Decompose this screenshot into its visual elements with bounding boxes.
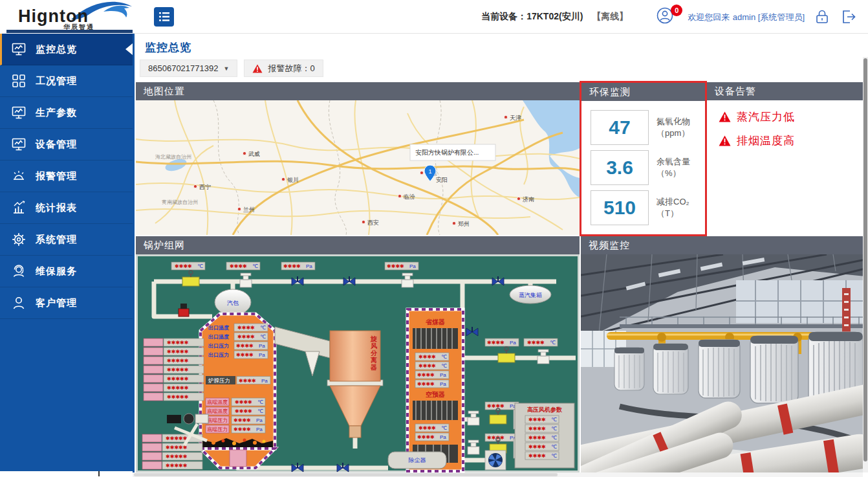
- metric-name: 减排CO₂: [656, 196, 689, 208]
- current-device-label: 当前设备：17KT02(安川): [481, 11, 583, 23]
- map-canvas[interactable]: 海北藏族自治州 黄南藏族自治州 西宁 兰州 武威 银川 西安 太原 临汾 石家庄…: [136, 100, 580, 235]
- notification-button[interactable]: 0: [656, 7, 678, 27]
- logout-icon[interactable]: [840, 8, 856, 25]
- sidebar-item-statistics[interactable]: 统计报表: [0, 192, 133, 224]
- furnace-row-label: 出口压力: [208, 352, 229, 358]
- metric-value: 510: [591, 190, 649, 225]
- heat-exchanger-column: 省煤器 空预器: [407, 309, 463, 471]
- svg-text:西安: 西安: [367, 219, 379, 226]
- dust-collector-label: 除尘器: [409, 457, 426, 463]
- headset-support-icon: [11, 263, 27, 279]
- metric-unit: （T）: [656, 208, 689, 219]
- map-region-label: 黄南藏族自治州: [162, 199, 198, 205]
- logged-in-user[interactable]: admin [系统管理员]: [733, 12, 805, 22]
- sidebar-item-label: 维保服务: [36, 265, 77, 278]
- sidebar-item-label: 报警管理: [36, 170, 77, 183]
- furnace-row-label: 出口压力: [208, 343, 229, 349]
- vertical-scrollbar-thumb[interactable]: [863, 58, 867, 461]
- svg-text:西宁: 西宁: [199, 184, 211, 190]
- furnace-row-label: 底端压力: [207, 417, 228, 423]
- map-panel: 地图位置: [136, 82, 580, 235]
- alarm-item[interactable]: 蒸汽压力低: [719, 109, 865, 124]
- svg-text:1: 1: [428, 168, 431, 175]
- cyclone-label: 旋风分离器: [370, 335, 378, 371]
- svg-text:武威: 武威: [248, 151, 260, 157]
- sidebar-item-alarm-mgmt[interactable]: 报警管理: [0, 161, 133, 192]
- video-feed[interactable]: [581, 254, 865, 472]
- sidebar-item-monitor-overview[interactable]: 监控总览: [0, 34, 133, 65]
- economizer-label: 省煤器: [425, 318, 445, 326]
- metric-name: 余氧含量: [656, 156, 690, 168]
- svg-text:郑州: 郑州: [458, 221, 470, 227]
- hamburger-icon: [159, 12, 169, 21]
- sidebar-item-label: 客户管理: [36, 297, 77, 309]
- sidebar-item-label: 监控总览: [36, 43, 77, 56]
- map-tooltip[interactable]: 安阳方快锅炉有限公...: [410, 144, 495, 161]
- left-data-table: [144, 338, 204, 401]
- sidebar-item-customer-mgmt[interactable]: 客户管理: [0, 287, 133, 319]
- chevron-down-icon: ▼: [223, 65, 229, 72]
- bar-chart-icon: [11, 200, 27, 216]
- svg-text:银川: 银川: [287, 177, 299, 183]
- vertical-scrollbar[interactable]: [863, 57, 868, 472]
- sidebar-item-label: 统计报表: [36, 202, 77, 214]
- warning-triangle-icon: [719, 111, 731, 122]
- metric-nox: 47 氮氧化物 （ppm）: [591, 110, 690, 145]
- dust-collector: 除尘器: [388, 452, 446, 469]
- sidebar-item-label: 生产参数: [36, 107, 77, 119]
- map-region-label: 海北藏族自治州: [155, 154, 191, 160]
- top-header: Hignton 华辰智通 当前设备：17KT02(安川) 【离线】 0 欢迎您回…: [0, 0, 868, 34]
- monitor-icon: [11, 137, 27, 152]
- air-preheater-label: 空预器: [426, 391, 445, 398]
- map-image: 海北藏族自治州 黄南藏族自治州 西宁 兰州 武威 银川 西安 太原 临汾 石家庄…: [136, 100, 580, 235]
- page-title: 监控总览: [145, 40, 191, 55]
- hp-fan-table: 高压风机参数: [515, 403, 574, 468]
- device-select-value: 865067021771392: [148, 63, 218, 73]
- svg-text:临汾: 临汾: [404, 194, 415, 200]
- grid-icon: [11, 73, 27, 89]
- furnace-row-label: 出口温度: [208, 324, 229, 331]
- furnace-row-label: 底端压力: [207, 427, 228, 432]
- alarm-fault-counter[interactable]: 报警故障：0: [244, 60, 323, 77]
- alarm-panel-header: 设备告警: [707, 82, 865, 100]
- metric-co2: 510 减排CO₂ （T）: [591, 190, 689, 225]
- monitor-chart-icon: [11, 105, 27, 120]
- svg-text:天津: 天津: [510, 115, 521, 121]
- sidebar-item-condition-mgmt[interactable]: 工况管理: [0, 65, 133, 97]
- furnace-row-label: 出口温度: [208, 333, 229, 340]
- metric-oxygen: 3.6 余氧含量 （%）: [591, 150, 690, 185]
- alarm-item[interactable]: 排烟温度高: [719, 133, 865, 148]
- fan-table-title: 高压风机参数: [527, 406, 563, 413]
- svg-text:安阳: 安阳: [436, 177, 448, 183]
- notification-count-badge: 0: [671, 5, 682, 16]
- alarm-fault-label: 报警故障：0: [268, 63, 314, 74]
- main-content: 监控总览 865067021771392 ▼ 报警故障：0 地图位置: [133, 34, 868, 472]
- gear-icon: [11, 232, 27, 247]
- lock-icon[interactable]: [814, 8, 830, 25]
- boiler-diagram[interactable]: ✱✱✱✱ ℃ ✱✱✱✱ Pa ✱✱✱✱✱: [136, 254, 580, 472]
- device-status: 【离线】: [592, 11, 628, 23]
- sidebar-item-system-mgmt[interactable]: 系统管理: [0, 224, 133, 256]
- boiler-panel-header: 锅炉组网: [136, 236, 580, 254]
- app-logo: Hignton 华辰智通: [6, 1, 133, 34]
- map-city: 安阳: [436, 177, 448, 183]
- video-monitor-panel: 视频监控: [581, 236, 865, 472]
- sidebar-item-maintenance[interactable]: 维保服务: [0, 256, 133, 287]
- sidebar-item-label: 系统管理: [36, 234, 77, 246]
- steam-drum-label: 汽包: [227, 300, 239, 306]
- map-panel-header: 地图位置: [136, 82, 580, 100]
- sidebar-collapse-button[interactable]: [154, 7, 174, 27]
- warning-triangle-icon: [252, 64, 263, 73]
- alarm-siren-icon: [11, 168, 27, 184]
- horizontal-scrollbar[interactable]: [133, 472, 863, 477]
- sidebar-item-device-mgmt[interactable]: 设备管理: [0, 129, 133, 161]
- furnace-row-label: 底端温度: [207, 399, 228, 405]
- horizontal-scrollbar-thumb[interactable]: [134, 473, 558, 476]
- sidebar-item-label: 工况管理: [36, 75, 77, 87]
- device-select-dropdown[interactable]: 865067021771392 ▼: [140, 60, 237, 77]
- svg-text:济南: 济南: [523, 196, 534, 203]
- alarm-text: 蒸汽压力低: [737, 109, 795, 124]
- sidebar-item-production-params[interactable]: 生产参数: [0, 97, 133, 129]
- video-panel-header: 视频监控: [581, 236, 865, 254]
- metric-name: 氮氧化物: [656, 116, 690, 128]
